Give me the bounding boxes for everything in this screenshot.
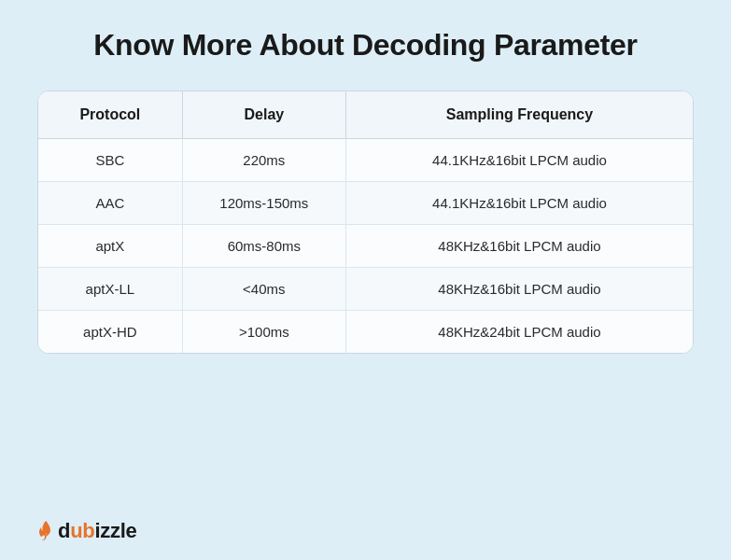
decoding-parameter-table: Protocol Delay Sampling Frequency SBC220… — [37, 91, 694, 354]
table-header-row: Protocol Delay Sampling Frequency — [38, 91, 693, 139]
cell-protocol: SBC — [38, 139, 182, 182]
table-row: AAC120ms-150ms44.1KHz&16bit LPCM audio — [38, 182, 693, 225]
table-row: aptX-LL<40ms48KHz&16bit LPCM audio — [38, 268, 693, 311]
table-row: aptX-HD>100ms48KHz&24bit LPCM audio — [38, 311, 693, 354]
cell-protocol: aptX-LL — [38, 268, 182, 311]
cell-delay: <40ms — [182, 268, 345, 311]
cell-delay: >100ms — [182, 311, 345, 354]
cell-sampling: 48KHz&24bit LPCM audio — [345, 311, 693, 354]
cell-delay: 220ms — [182, 139, 345, 182]
flame-icon — [37, 521, 54, 541]
cell-protocol: aptX — [38, 225, 182, 268]
page-title: Know More About Decoding Parameter — [93, 28, 637, 63]
branding: dubizzle — [37, 519, 136, 543]
brand-text: dubizzle — [58, 519, 136, 543]
table-row: SBC220ms44.1KHz&16bit LPCM audio — [38, 139, 693, 182]
cell-sampling: 44.1KHz&16bit LPCM audio — [345, 182, 693, 225]
header-delay: Delay — [182, 91, 345, 139]
table-row: aptX60ms-80ms48KHz&16bit LPCM audio — [38, 225, 693, 268]
cell-protocol: AAC — [38, 182, 182, 225]
cell-sampling: 48KHz&16bit LPCM audio — [345, 268, 693, 311]
cell-sampling: 48KHz&16bit LPCM audio — [345, 225, 693, 268]
header-protocol: Protocol — [38, 91, 182, 139]
header-sampling: Sampling Frequency — [345, 91, 693, 139]
cell-delay: 120ms-150ms — [182, 182, 345, 225]
cell-sampling: 44.1KHz&16bit LPCM audio — [345, 139, 693, 182]
cell-delay: 60ms-80ms — [182, 225, 345, 268]
cell-protocol: aptX-HD — [38, 311, 182, 354]
